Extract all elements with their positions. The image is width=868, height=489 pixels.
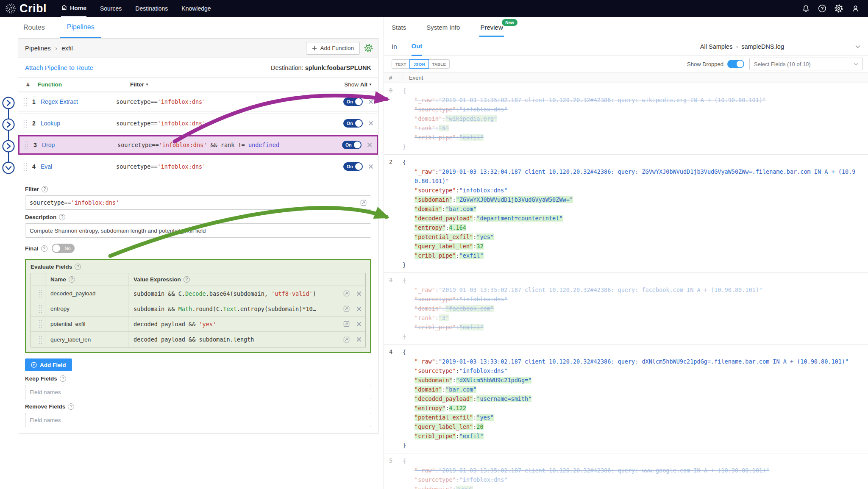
drag-handle-icon[interactable] xyxy=(22,162,27,172)
io-tab-in[interactable]: In xyxy=(392,37,397,56)
function-on-toggle[interactable]: On xyxy=(343,97,363,106)
drag-handle-icon[interactable] xyxy=(22,97,27,107)
filter-sort-icon: ▼ xyxy=(145,83,149,86)
code-segment: decoded_payload && xyxy=(134,321,199,328)
function-name-link[interactable]: Eval xyxy=(41,163,116,170)
remove-function-icon[interactable] xyxy=(367,142,373,148)
sample-selector[interactable]: All Samples › sampleDNS.log xyxy=(700,43,860,50)
function-name-link[interactable]: Drop xyxy=(42,142,117,148)
function-filter-expression: sourcetype=='infoblox:dns' xyxy=(116,120,340,127)
event-row[interactable]: 2{"_raw":"2019-01-03 13:32:04.187 client… xyxy=(384,155,868,273)
function-row-regex-extract[interactable]: 1Regex Extractsourcetype=='infoblox:dns'… xyxy=(18,92,378,111)
function-row-eval[interactable]: 4Evalsourcetype=='infoblox:dns'On xyxy=(18,157,378,176)
final-toggle[interactable]: No xyxy=(52,244,75,253)
remove-fields-input[interactable] xyxy=(25,413,371,427)
expand-expression-icon[interactable] xyxy=(340,306,353,312)
user-icon[interactable] xyxy=(851,4,860,13)
tab-pipelines[interactable]: Pipelines xyxy=(60,17,101,38)
help-icon[interactable]: ? xyxy=(42,186,48,192)
code-segment: undefined xyxy=(248,142,279,148)
chevron-down-icon: ▼ xyxy=(369,83,372,86)
nav-item-home[interactable]: Home xyxy=(61,0,86,17)
tab-preview[interactable]: PreviewNew xyxy=(479,24,504,37)
remove-function-icon[interactable] xyxy=(368,164,374,169)
function-row-drop[interactable]: 3Dropsourcetype=='infoblox:dns' && rank … xyxy=(18,135,378,155)
toggle-knob xyxy=(354,142,361,148)
nav-item-sources[interactable]: Sources xyxy=(100,0,122,17)
remove-field-icon[interactable] xyxy=(353,336,365,342)
keep-fields-input[interactable] xyxy=(25,385,371,399)
help-icon[interactable]: ? xyxy=(818,4,826,13)
json-colon: : xyxy=(442,115,445,122)
help-icon[interactable]: ? xyxy=(60,375,66,382)
chevron-down-icon xyxy=(854,63,858,66)
drag-handle-icon[interactable] xyxy=(24,140,28,150)
remove-function-icon[interactable] xyxy=(368,120,374,126)
select-fields-dropdown[interactable]: Select Fields (10 of 10) xyxy=(749,58,863,70)
description-input[interactable] xyxy=(25,223,371,238)
drag-handle-icon[interactable] xyxy=(31,317,45,331)
expand-expression-icon[interactable] xyxy=(360,200,367,206)
event-field-rank: "rank":"3" xyxy=(403,313,860,322)
event-row[interactable]: 4{"_raw":"2019-01-03 13:33:02.187 client… xyxy=(384,345,868,453)
attach-pipeline-link[interactable]: Attach Pipeline to Route xyxy=(25,64,93,71)
event-row[interactable]: 5{"_raw":"2019-01-03 13:35:02.187 client… xyxy=(384,453,868,489)
code-segment: 'infoblox:dns' xyxy=(158,120,206,127)
filter-expression-input[interactable]: sourcetype=='infoblox:dns' xyxy=(25,195,371,210)
chevron-right-circle-icon[interactable] xyxy=(2,96,15,110)
expand-expression-icon[interactable] xyxy=(340,336,353,343)
gear-icon[interactable] xyxy=(835,4,843,13)
chevron-down-circle-icon[interactable] xyxy=(2,161,15,175)
drag-handle-icon[interactable] xyxy=(31,286,45,301)
function-on-toggle[interactable]: On xyxy=(343,162,363,171)
expand-expression-icon[interactable] xyxy=(340,321,353,327)
pipeline-card: Pipelines › exfil Add Function Attach Pi… xyxy=(18,38,378,433)
show-dropped-toggle[interactable] xyxy=(727,60,744,68)
drag-handle-icon[interactable] xyxy=(31,301,45,316)
expand-expression-icon[interactable] xyxy=(340,290,353,297)
pipeline-settings-gear-icon[interactable] xyxy=(364,44,373,53)
function-on-toggle[interactable]: On xyxy=(343,119,363,128)
io-tab-out[interactable]: Out xyxy=(412,37,423,56)
cribl-logo[interactable]: Cribl xyxy=(5,2,47,15)
function-on-toggle[interactable]: On xyxy=(342,141,362,149)
view-mode-text[interactable]: TEXT xyxy=(392,59,410,69)
add-field-button[interactable]: Add Field xyxy=(25,358,72,371)
chevron-right-circle-icon[interactable] xyxy=(2,118,15,131)
drag-handle-icon[interactable] xyxy=(22,119,27,128)
function-name-link[interactable]: Lookup xyxy=(41,120,116,127)
remove-field-icon[interactable] xyxy=(353,321,365,327)
function-row-lookup[interactable]: 2Lookupsourcetype=='infoblox:dns'On xyxy=(18,114,378,133)
view-mode-json[interactable]: JSON xyxy=(409,59,428,69)
bell-icon[interactable] xyxy=(801,4,810,13)
help-icon[interactable]: ? xyxy=(69,276,75,283)
event-row[interactable]: 1{"_raw":"2019-01-03 13:35:02.187 client… xyxy=(384,83,868,155)
tab-stats[interactable]: Stats xyxy=(391,24,407,37)
tab-system-info[interactable]: System Info xyxy=(426,24,461,37)
help-icon[interactable]: ? xyxy=(68,403,74,410)
event-row[interactable]: 3{"_raw":"2019-01-03 13:35:02.187 client… xyxy=(384,273,868,345)
view-mode-table[interactable]: TABLE xyxy=(428,59,450,69)
nav-item-knowledge[interactable]: Knowledge xyxy=(181,0,211,17)
json-key: "query_label_len" xyxy=(415,423,473,430)
breadcrumb-root[interactable]: Pipelines xyxy=(25,44,51,52)
nav-item-destinations[interactable]: Destinations xyxy=(135,0,168,17)
remove-field-icon[interactable] xyxy=(353,291,365,297)
function-name-link[interactable]: Regex Extract xyxy=(41,98,116,105)
code-segment: sourcetype== xyxy=(117,142,159,148)
show-all-control[interactable]: Show All▼ xyxy=(344,81,372,88)
event-field-_raw: "_raw":"2019-01-03 13:35:02.187 client 1… xyxy=(403,285,860,295)
drag-handle-icon[interactable] xyxy=(31,332,45,347)
help-icon[interactable]: ? xyxy=(41,245,47,252)
evaluate-field-name: query_label_len xyxy=(45,332,128,347)
help-icon[interactable]: ? xyxy=(59,214,65,220)
remove-field-icon[interactable] xyxy=(353,306,365,312)
io-tabs: InOut xyxy=(392,37,422,56)
chevron-right-circle-icon[interactable] xyxy=(2,139,15,153)
help-icon[interactable]: ? xyxy=(75,264,81,270)
help-icon[interactable]: ? xyxy=(184,276,190,283)
tab-routes[interactable]: Routes xyxy=(23,17,45,38)
col-filter[interactable]: Filter▼ xyxy=(130,81,344,88)
remove-function-icon[interactable] xyxy=(368,99,374,105)
add-function-button[interactable]: Add Function xyxy=(306,42,360,55)
